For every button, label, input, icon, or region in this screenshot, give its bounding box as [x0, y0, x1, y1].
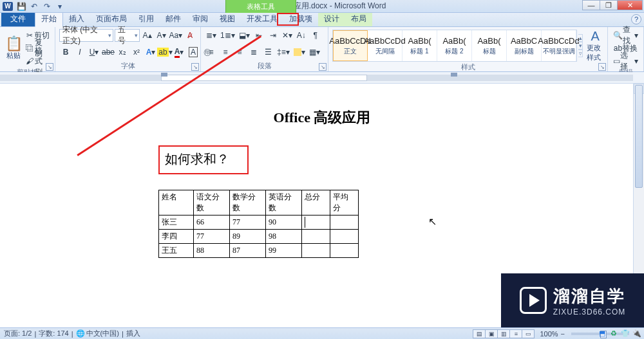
tray-icon[interactable]: ⬒	[598, 329, 607, 338]
find-button[interactable]: 🔍查找▾	[612, 29, 639, 42]
styles-scroll[interactable]: ▴ ▾ ▿	[578, 34, 583, 57]
table-cell[interactable]: 77	[230, 215, 266, 230]
align-left-button[interactable]: ≡	[205, 46, 218, 59]
paste-button[interactable]: 📋 粘贴	[4, 37, 23, 60]
char-shading-button[interactable]: A	[187, 46, 200, 59]
table-cell[interactable]	[330, 230, 359, 244]
tab-table-layout[interactable]: 布局	[345, 12, 372, 26]
style-item[interactable]: AaBbCcDd 不明显强调	[542, 30, 576, 61]
sort-button[interactable]: A↓	[295, 29, 308, 42]
tab-file[interactable]: 文件	[1, 12, 35, 26]
style-item[interactable]: AaBb( 标题 1	[402, 30, 437, 61]
font-size-combo[interactable]: 五号	[115, 29, 140, 42]
help-button[interactable]: ?	[631, 14, 641, 24]
table-cell[interactable]: 90	[266, 215, 302, 230]
zoom-percent[interactable]: 100%	[540, 330, 558, 338]
table-cell[interactable]	[302, 215, 330, 230]
numbering-button[interactable]: 1≣▾	[219, 29, 236, 42]
data-table[interactable]: 姓名语文分数数学分数英语分数总分平均分张三667790李四778998王五888…	[158, 190, 359, 258]
tray-icon[interactable]: 🔌	[632, 329, 641, 338]
tab-view[interactable]: 视图	[214, 12, 241, 26]
minimize-button[interactable]: —	[582, 0, 600, 10]
tab-home[interactable]: 开始	[35, 11, 63, 27]
borders-button[interactable]: ▦▾	[308, 46, 321, 59]
styles-launcher[interactable]: ↘	[598, 63, 606, 71]
view-web[interactable]: ▥	[497, 329, 510, 338]
asian-layout-button[interactable]: ✕▾	[281, 29, 294, 42]
increase-indent-button[interactable]: ⇥	[267, 29, 279, 42]
style-item[interactable]: AaBbC 副标题	[507, 30, 542, 61]
styles-scroll-more[interactable]: ▿	[578, 50, 583, 57]
table-cell[interactable]: 66	[194, 215, 230, 230]
italic-button[interactable]: I	[73, 46, 86, 59]
table-header-cell[interactable]: 平均分	[330, 190, 359, 215]
paragraph-launcher[interactable]: ↘	[319, 63, 327, 71]
change-styles-button[interactable]: A 更改样式	[587, 29, 603, 62]
restore-button[interactable]: ❐	[600, 0, 618, 10]
tab-references[interactable]: 引用	[133, 12, 160, 26]
line-spacing-button[interactable]: ‡≡▾	[276, 46, 291, 59]
view-print-layout[interactable]: ▤	[473, 329, 486, 338]
show-marks-button[interactable]: ¶	[309, 29, 322, 42]
view-fullscreen[interactable]: ▣	[485, 329, 498, 338]
table-cell[interactable]	[302, 230, 330, 244]
table-header-cell[interactable]: 总分	[302, 190, 330, 215]
style-item[interactable]: AaBbCcDd 无间隔	[368, 30, 402, 61]
table-row[interactable]: 张三667790	[159, 215, 359, 230]
table-row[interactable]: 李四778998	[159, 230, 359, 244]
shading-button[interactable]: ▾	[292, 46, 307, 59]
clear-formatting-button[interactable]: A̷	[184, 29, 196, 42]
font-name-combo[interactable]: 宋体 (中文正文)	[59, 29, 113, 42]
tray-icon[interactable]: ♻	[609, 329, 618, 338]
table-cell[interactable]: 77	[194, 230, 230, 244]
superscript-button[interactable]: x²	[130, 46, 143, 59]
clipboard-launcher[interactable]: ↘	[46, 63, 53, 71]
align-center-button[interactable]: ≡	[219, 46, 232, 59]
highlight-button[interactable]: ab▾	[158, 46, 171, 59]
table-cell[interactable]: 张三	[159, 215, 194, 230]
table-row[interactable]: 王五888799	[159, 244, 359, 258]
bold-button[interactable]: B	[59, 46, 72, 59]
align-right-button[interactable]: ≡	[233, 46, 246, 59]
tray-icon[interactable]: 👕	[621, 329, 630, 338]
tab-mailings[interactable]: 邮件	[160, 12, 187, 26]
font-color-button[interactable]: A▾	[173, 46, 185, 59]
justify-button[interactable]: ≣	[247, 46, 260, 59]
style-item[interactable]: AaBbCcDd 正文	[333, 30, 368, 61]
table-cell[interactable]: 87	[230, 244, 266, 258]
select-button[interactable]: ▭选择▾	[612, 55, 639, 68]
save-button[interactable]: 💾	[15, 1, 27, 12]
scroll-thumb[interactable]	[635, 85, 643, 188]
shrink-font-button[interactable]: A▾	[155, 29, 168, 42]
status-words[interactable]: 字数: 174	[39, 329, 68, 338]
underline-button[interactable]: U▾	[88, 46, 100, 59]
redo-button[interactable]: ↷	[41, 1, 53, 12]
subscript-button[interactable]: x₂	[116, 46, 129, 59]
bullets-button[interactable]: ≣▾	[205, 29, 218, 42]
grow-font-button[interactable]: A▴	[141, 29, 154, 42]
qat-customize[interactable]: ▾	[54, 1, 66, 12]
text-effects-button[interactable]: A▾	[144, 46, 157, 59]
horizontal-ruler[interactable]	[0, 72, 644, 84]
style-item[interactable]: AaBb( 标题	[472, 30, 507, 61]
table-cell[interactable]	[330, 244, 359, 258]
decrease-indent-button[interactable]: ⇤	[252, 29, 265, 42]
table-cell[interactable]: 李四	[159, 230, 194, 244]
table-cell[interactable]: 99	[266, 244, 302, 258]
status-insert-mode[interactable]: 插入	[126, 329, 140, 338]
distributed-button[interactable]: ☰	[261, 46, 274, 59]
table-header-cell[interactable]: 语文分数	[194, 190, 230, 215]
close-button[interactable]: ✕	[617, 0, 643, 10]
tab-addins[interactable]: 加载项	[283, 12, 318, 26]
styles-gallery[interactable]: AaBbCcDd 正文AaBbCcDd 无间隔AaBb( 标题 1AaBb( 标…	[332, 30, 577, 62]
style-item[interactable]: AaBb( 标题 2	[437, 30, 472, 61]
status-language[interactable]: 中文(中国)	[86, 329, 119, 338]
styles-scroll-up[interactable]: ▴	[578, 34, 583, 42]
view-draft[interactable]: ▭	[522, 329, 535, 338]
tab-review[interactable]: 审阅	[187, 12, 214, 26]
table-cell[interactable]: 89	[230, 230, 266, 244]
table-cell[interactable]: 98	[266, 230, 302, 244]
tab-developer[interactable]: 开发工具	[241, 12, 283, 26]
strike-button[interactable]: abe	[102, 46, 115, 59]
undo-button[interactable]: ↶	[28, 1, 40, 12]
